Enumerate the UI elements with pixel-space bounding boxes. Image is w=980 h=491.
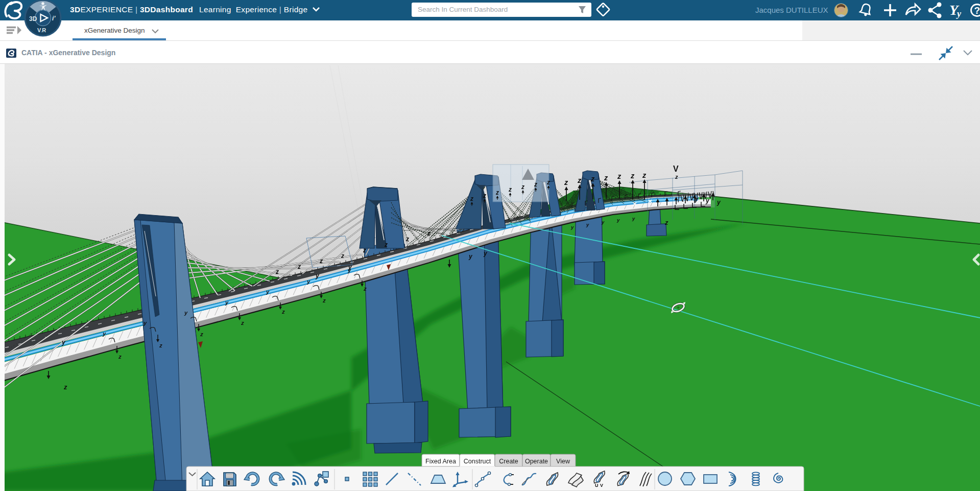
- svg-text:y: y: [184, 310, 188, 316]
- svg-text:y: y: [348, 264, 352, 271]
- svg-text:z: z: [297, 263, 301, 270]
- svg-text:y: y: [601, 219, 605, 225]
- svg-text:z: z: [159, 342, 162, 348]
- svg-text:Construct: Construct: [464, 458, 491, 465]
- svg-text:y: y: [225, 299, 229, 306]
- svg-text:V.R: V.R: [37, 27, 46, 33]
- svg-text:?: ?: [974, 5, 980, 16]
- svg-text:z: z: [275, 268, 279, 275]
- svg-text:z: z: [604, 174, 608, 182]
- svg-text:z: z: [577, 176, 582, 184]
- svg-text:z: z: [521, 183, 524, 191]
- svg-text:Fixed Area: Fixed Area: [425, 458, 456, 465]
- svg-text:z: z: [508, 186, 512, 193]
- svg-text:z: z: [281, 309, 285, 315]
- svg-text:z: z: [118, 354, 122, 360]
- svg-text:z: z: [630, 172, 635, 180]
- svg-text:y: y: [315, 272, 320, 279]
- svg-text:Create: Create: [499, 458, 518, 465]
- svg-text:i’: i’: [52, 15, 56, 22]
- svg-text:Operate: Operate: [525, 458, 548, 465]
- svg-text:z: z: [341, 252, 344, 260]
- svg-text:y: y: [632, 216, 635, 221]
- svg-text:z: z: [405, 236, 409, 243]
- svg-text:z: z: [427, 230, 431, 237]
- svg-text:z: z: [642, 171, 647, 179]
- svg-text:y: y: [143, 320, 147, 326]
- svg-text:z: z: [322, 297, 326, 303]
- svg-text:z: z: [319, 258, 323, 265]
- svg-text:y: y: [266, 289, 270, 295]
- svg-text:z: z: [241, 320, 244, 326]
- svg-text:y: y: [468, 253, 473, 260]
- svg-text:z: z: [534, 181, 537, 188]
- svg-text:y: y: [306, 278, 310, 285]
- svg-text:y: y: [61, 339, 66, 346]
- svg-text:z: z: [495, 189, 499, 196]
- svg-text:y: y: [102, 331, 106, 337]
- svg-text:U: U: [595, 483, 599, 488]
- svg-text:y: y: [586, 222, 589, 227]
- svg-text:z: z: [384, 241, 388, 248]
- svg-text:3D: 3D: [29, 15, 37, 22]
- svg-text:z: z: [617, 172, 622, 180]
- svg-text:z: z: [590, 175, 595, 183]
- svg-text:z: z: [363, 286, 367, 292]
- svg-text:View: View: [556, 458, 570, 465]
- svg-text:z: z: [564, 178, 568, 186]
- svg-text:V: V: [673, 165, 679, 173]
- svg-text:z: z: [483, 192, 486, 199]
- svg-text:z: z: [470, 195, 473, 202]
- svg-text:z: z: [664, 219, 668, 226]
- svg-text:z: z: [63, 383, 67, 391]
- svg-text:V: V: [600, 483, 603, 488]
- svg-text:z: z: [675, 174, 678, 180]
- svg-text:y: y: [616, 217, 620, 223]
- svg-text:z: z: [546, 179, 550, 186]
- svg-text:z: z: [363, 247, 366, 254]
- svg-text:y: y: [956, 9, 962, 19]
- svg-text:y: y: [483, 250, 488, 257]
- svg-text:z: z: [200, 331, 203, 337]
- svg-text:y: y: [716, 199, 721, 206]
- svg-text:y: y: [570, 224, 574, 230]
